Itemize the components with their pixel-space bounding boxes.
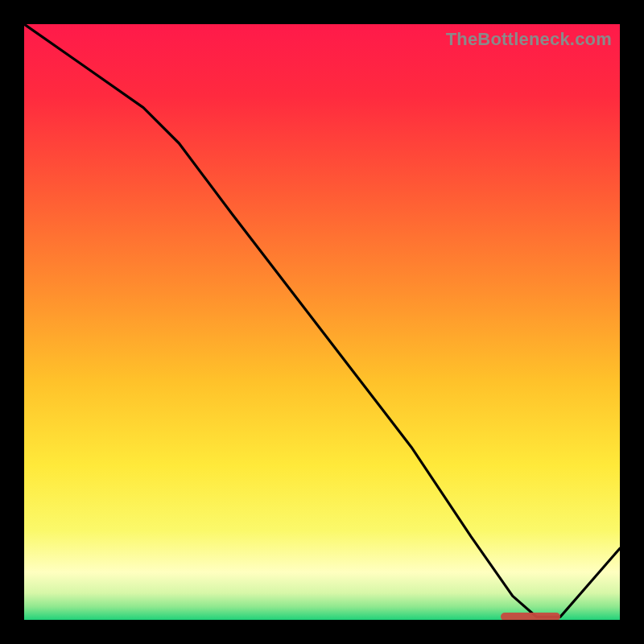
svg-rect-0 (24, 24, 620, 620)
plot-area: TheBottleneck.com (24, 24, 620, 620)
background-gradient (24, 24, 620, 620)
optimal-range-marker (501, 613, 560, 620)
chart-frame: TheBottleneck.com (0, 0, 644, 644)
watermark-text: TheBottleneck.com (446, 29, 612, 50)
